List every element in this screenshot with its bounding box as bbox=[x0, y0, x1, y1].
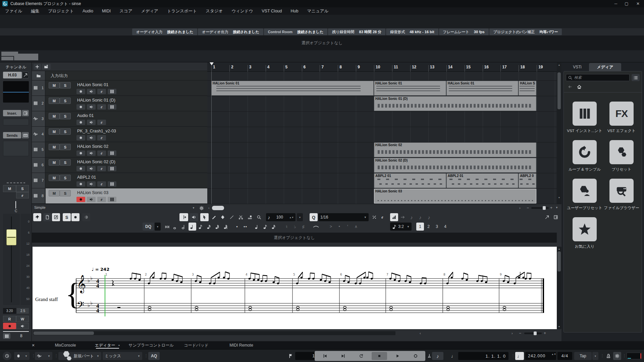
lower-tab-5[interactable]: MIDI Remote bbox=[218, 341, 265, 349]
record-in-editor-button[interactable] bbox=[71, 213, 79, 221]
scroll-up-arrow[interactable]: ▲ bbox=[557, 64, 561, 66]
tuplet-3-button[interactable] bbox=[270, 223, 278, 231]
track-row-4[interactable]: 4MSPK_3_Crash1_v2-03e bbox=[32, 127, 207, 142]
track-row-7[interactable]: 7MSABPL2 01e bbox=[32, 173, 207, 188]
media-tile-hexagons[interactable] bbox=[609, 140, 634, 164]
track-monitor-button[interactable] bbox=[87, 120, 96, 125]
stop-button[interactable] bbox=[372, 352, 387, 360]
minimize-button[interactable]: ─ bbox=[610, 0, 621, 7]
accent-button[interactable]: > bbox=[327, 223, 335, 231]
track-body[interactable]: MSHALion Sonic 02 (D)e bbox=[46, 158, 207, 173]
track-body[interactable]: MSABPL2 01e bbox=[46, 173, 207, 188]
scroll-down-arrow[interactable]: ▼ bbox=[557, 196, 561, 199]
track-body[interactable]: MSPK_3_Crash1_v2-03e bbox=[46, 127, 207, 142]
score-vscroll-handle[interactable] bbox=[557, 251, 561, 272]
audio-record-mode-dropdown[interactable]: ▼ bbox=[35, 352, 52, 360]
note-thirtysecond-button[interactable] bbox=[214, 223, 221, 231]
score-hscroll-handle[interactable] bbox=[34, 331, 94, 335]
velocity-dropdown-arrow[interactable]: ▼ bbox=[297, 213, 303, 221]
score-hscrollbar[interactable]: ‹›−+ bbox=[32, 330, 561, 337]
track-solo-button[interactable]: S bbox=[60, 190, 71, 196]
track-record-button[interactable] bbox=[76, 135, 85, 140]
midi-clip[interactable]: HALion Sonic 01 bbox=[446, 81, 519, 96]
editor-quantize-dropdown[interactable]: 1/16▼ bbox=[318, 213, 369, 221]
editor-draw-tool-button[interactable] bbox=[209, 213, 218, 221]
midi-clip[interactable]: ABPL2 01 bbox=[374, 173, 446, 188]
metronome-button[interactable] bbox=[604, 352, 612, 360]
midi-clip[interactable]: ABPL2 0 bbox=[519, 173, 536, 188]
track-instrument-button[interactable] bbox=[108, 104, 116, 110]
search-input[interactable]: 検索 bbox=[566, 74, 630, 81]
track-mute-button[interactable]: M bbox=[49, 82, 60, 88]
menu-2[interactable]: 編集 bbox=[26, 7, 44, 15]
midi-clip[interactable]: HALion S bbox=[519, 81, 536, 96]
track-body[interactable]: MSHALion Sonic 03e bbox=[46, 188, 207, 203]
track-instrument-button[interactable] bbox=[108, 166, 116, 171]
play-button[interactable] bbox=[390, 352, 405, 360]
open-in-separate-window-button[interactable] bbox=[543, 213, 551, 221]
channel-drag-handle[interactable] bbox=[7, 182, 25, 183]
dot-button[interactable]: • bbox=[233, 223, 241, 231]
project-overview-strip[interactable] bbox=[0, 50, 644, 62]
tap-tempo-button[interactable]: Tap bbox=[574, 352, 592, 360]
track-edit-button[interactable]: e bbox=[97, 89, 106, 94]
track-mute-button[interactable]: M bbox=[49, 144, 60, 150]
channel-solo-button[interactable]: S bbox=[16, 185, 29, 192]
note-quarter-button[interactable] bbox=[189, 223, 196, 231]
track-visibility-button[interactable] bbox=[42, 64, 51, 70]
track-mute-button[interactable]: M bbox=[49, 159, 60, 166]
midi-clip[interactable]: HALion Sonic 01 bbox=[211, 81, 374, 96]
scroll-up-arrow[interactable]: ▲ bbox=[557, 248, 561, 250]
menu-4[interactable]: Audio bbox=[78, 7, 98, 15]
track-solo-button[interactable]: S bbox=[60, 128, 71, 135]
info-chip-4[interactable]: 残り録音時間83 時間 28 分 bbox=[328, 28, 385, 35]
tuplet-2-button[interactable] bbox=[262, 223, 269, 231]
pan-control[interactable] bbox=[15, 201, 16, 208]
voice-1-button[interactable]: 1 bbox=[416, 223, 424, 231]
media-tile-user-preset[interactable] bbox=[573, 179, 597, 203]
score-zoom-slider-handle[interactable] bbox=[534, 331, 537, 335]
menu-10[interactable]: ウィンドウ bbox=[227, 7, 257, 15]
track-record-button[interactable] bbox=[76, 197, 85, 202]
project-cursor-handle[interactable] bbox=[210, 62, 214, 65]
editor-erase-tool-button[interactable] bbox=[218, 213, 227, 221]
track-edit-button[interactable]: e bbox=[97, 166, 106, 171]
track-mute-button[interactable]: M bbox=[49, 175, 60, 181]
track-mute-button[interactable]: M bbox=[49, 113, 60, 119]
scroll-down-arrow[interactable]: ▼ bbox=[557, 325, 561, 328]
note-whole-button[interactable] bbox=[172, 223, 179, 231]
score-zoom-slider-track[interactable] bbox=[524, 333, 542, 334]
track-solo-button[interactable]: S bbox=[60, 113, 71, 119]
track-solo-button[interactable]: S bbox=[60, 82, 71, 88]
add-track-button[interactable] bbox=[34, 64, 41, 70]
menu-12[interactable]: Hub bbox=[286, 7, 303, 15]
midi-clip[interactable]: HALion Sonic 01 bbox=[374, 81, 446, 96]
track-monitor-button[interactable] bbox=[87, 181, 96, 187]
info-chip-7[interactable]: プロジェクトのパン補正均等パワー bbox=[489, 28, 562, 35]
note-sixteenth-button[interactable] bbox=[205, 223, 213, 231]
track-edit-button[interactable]: e bbox=[97, 135, 106, 140]
menu-5[interactable]: MIDI bbox=[98, 7, 115, 15]
editor-zoom-tool-button[interactable] bbox=[255, 213, 263, 221]
tempo-track-button[interactable]: ♩ bbox=[515, 352, 524, 360]
track-row-6[interactable]: 6MSHALion Sonic 02 (D)e bbox=[32, 158, 207, 173]
editor-solo-button[interactable]: S bbox=[63, 213, 71, 221]
lower-tab-2[interactable]: エディター▼ bbox=[93, 341, 122, 349]
track-scale-value[interactable]: Simple bbox=[34, 205, 46, 209]
chord-pad-mode-dropdown[interactable]: ミックス▼ bbox=[103, 352, 142, 360]
arrange-vscrollbar[interactable]: ▲▼ bbox=[557, 62, 561, 204]
voice-4-button[interactable]: 4 bbox=[441, 223, 449, 231]
back-button[interactable] bbox=[566, 83, 574, 90]
constrain-delay-button[interactable] bbox=[3, 352, 11, 360]
track-record-button[interactable] bbox=[76, 104, 85, 110]
send-slot[interactable] bbox=[3, 141, 29, 156]
lower-tab-1[interactable]: MixConsole bbox=[44, 341, 87, 349]
channel-e-button[interactable]: e bbox=[16, 192, 29, 198]
tie-button[interactable] bbox=[311, 223, 321, 231]
midi-input-button[interactable] bbox=[399, 213, 407, 221]
score-vscrollbar[interactable]: ▲▼ bbox=[557, 247, 561, 329]
channel-name-button[interactable]: H.03 bbox=[3, 72, 22, 78]
menu-8[interactable]: トランスポート bbox=[163, 7, 201, 15]
tuplet-1-button[interactable] bbox=[253, 223, 261, 231]
scroll-left-arrow[interactable]: ‹ bbox=[420, 331, 421, 335]
